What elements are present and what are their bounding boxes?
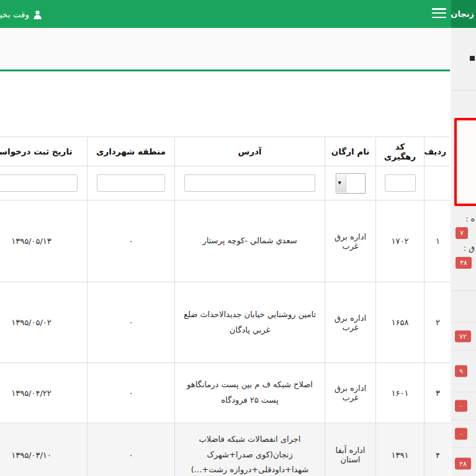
cell-tracking-code: ۱۶۰۱ bbox=[376, 363, 424, 423]
top-navbar: وقت بخير bbox=[0, 0, 476, 28]
greeting-label: وقت بخير bbox=[0, 9, 29, 19]
right-sidebar: ه : ۷ ق : ۳۸ ۷۲ ۹ ۰ ۰ ۲۸ bbox=[450, 28, 476, 476]
cell-tracking-code: ۱۷۰۲ bbox=[376, 200, 424, 282]
stat-label-fragment: ه : bbox=[465, 214, 475, 223]
cell-organ: اداره برق غرب bbox=[325, 363, 376, 423]
cell-radif: ۴ bbox=[424, 423, 452, 476]
table-row[interactable]: ۳ ۱۶۰۱ اداره برق غرب اصلاح شبكه ف م بين … bbox=[0, 363, 452, 423]
tracking-code-filter-input[interactable] bbox=[385, 174, 416, 192]
cell-date: ۱۳۹۵/۰۵/۰۲ bbox=[0, 282, 88, 363]
stat-count-badge: ۳۸ bbox=[456, 257, 472, 269]
menu-count-badge: ۰ bbox=[455, 400, 467, 412]
cell-address: اصلاح شبكه ف م بين پست درمانگاهو پست ۲۵ … bbox=[175, 363, 325, 423]
sidebar-menu-item[interactable] bbox=[451, 299, 476, 323]
cell-district: ۰ bbox=[88, 363, 175, 423]
menu-count-badge: ۹ bbox=[455, 366, 467, 377]
filter-cell-radif bbox=[424, 166, 452, 200]
cell-organ: اداره برق غرب bbox=[325, 200, 376, 282]
organ-filter-select[interactable] bbox=[336, 173, 366, 194]
sidebar-menu-item[interactable]: ۰ bbox=[451, 392, 476, 420]
district-filter-input[interactable] bbox=[97, 174, 165, 192]
column-header-date[interactable]: تاریخ ثبت درخواست bbox=[0, 137, 88, 166]
cell-address: سعدي شمالي -كوچه پرستار bbox=[175, 200, 325, 282]
table-row[interactable]: ۲ ۱۶۵۸ اداره برق غرب تامين روشنايي خيابا… bbox=[0, 282, 452, 363]
user-greeting[interactable]: وقت بخير bbox=[0, 7, 42, 21]
cell-date: ۱۳۹۵/۰۵/۱۳ bbox=[0, 200, 88, 282]
column-header-radif[interactable]: ردیف bbox=[424, 137, 452, 166]
sidebar-menu-item[interactable]: ۰ bbox=[451, 420, 476, 448]
cell-district: ۰ bbox=[88, 200, 175, 282]
sidebar-menu-item[interactable]: ۹ bbox=[451, 351, 476, 392]
cell-district: ۰ bbox=[88, 282, 175, 363]
cell-organ: اداره آبفا استان bbox=[325, 423, 376, 476]
dropdown-arrow-icon bbox=[337, 174, 346, 192]
table-header-row: ردیف کد رهگیری نام ارگان آدرس منطقه شهرد… bbox=[0, 137, 452, 166]
column-header-organ[interactable]: نام ارگان bbox=[325, 137, 376, 166]
requests-panel: ردیف کد رهگیری نام ارگان آدرس منطقه شهرد… bbox=[0, 70, 451, 476]
menu-count-badge: ۲۸ bbox=[455, 458, 471, 470]
sidebar-alert-box[interactable] bbox=[454, 118, 476, 206]
cell-radif: ۳ bbox=[424, 363, 452, 423]
sidebar-title: زنجان bbox=[451, 0, 474, 28]
date-filter-input[interactable] bbox=[0, 174, 78, 192]
cell-date: ۱۳۹۵/۰۳/۱۰ bbox=[0, 423, 88, 476]
requests-table: ردیف کد رهگیری نام ارگان آدرس منطقه شهرد… bbox=[0, 137, 452, 476]
sidebar-menu: ۷۲ ۹ ۰ ۰ ۲۸ bbox=[451, 299, 476, 476]
sidebar-menu-item[interactable]: ۷۲ bbox=[451, 323, 476, 351]
address-filter-input[interactable] bbox=[184, 174, 315, 192]
menu-count-badge: ۰ bbox=[455, 428, 467, 440]
cell-radif: ۱ bbox=[424, 200, 452, 282]
cell-address: تامين روشنايي خيابان جديدالاحداث ضلع غرب… bbox=[175, 282, 325, 363]
sidebar-bullet-icon bbox=[470, 56, 475, 61]
sidebar-divider bbox=[451, 290, 476, 291]
table-filter-row bbox=[0, 166, 452, 200]
menu-count-badge: ۷۲ bbox=[455, 331, 471, 343]
cell-district: ۰ bbox=[88, 423, 175, 476]
hamburger-menu-icon[interactable] bbox=[432, 8, 446, 20]
sidebar-menu-item[interactable]: ۲۸ bbox=[451, 448, 476, 476]
sidebar-divider bbox=[451, 90, 476, 91]
stat-count-badge: ۷ bbox=[456, 227, 468, 239]
cell-organ: اداره برق غرب bbox=[325, 282, 376, 363]
person-icon bbox=[33, 10, 42, 19]
cell-radif: ۲ bbox=[424, 282, 452, 363]
table-row[interactable]: ۴ ۱۳۹۱ اداره آبفا استان اجرای انفصالات ش… bbox=[0, 423, 452, 476]
column-header-tracking-code[interactable]: کد رهگیری bbox=[376, 137, 424, 166]
column-header-district[interactable]: منطقه شهرداری bbox=[88, 137, 175, 166]
column-header-address[interactable]: آدرس bbox=[175, 137, 325, 166]
cell-tracking-code: ۱۳۹۱ bbox=[376, 423, 424, 476]
sidebar-header: زنجان bbox=[451, 0, 476, 28]
cell-date: ۱۳۹۵/۰۴/۲۲ bbox=[0, 363, 88, 423]
cell-tracking-code: ۱۶۵۸ bbox=[376, 282, 424, 363]
stat-label-fragment: ق : bbox=[464, 243, 475, 253]
table-row[interactable]: ۱ ۱۷۰۲ اداره برق غرب سعدي شمالي -كوچه پر… bbox=[0, 200, 452, 282]
cell-address: اجرای انفصالات شبكه فاضلاب زنجان(كوی صدر… bbox=[175, 423, 325, 476]
